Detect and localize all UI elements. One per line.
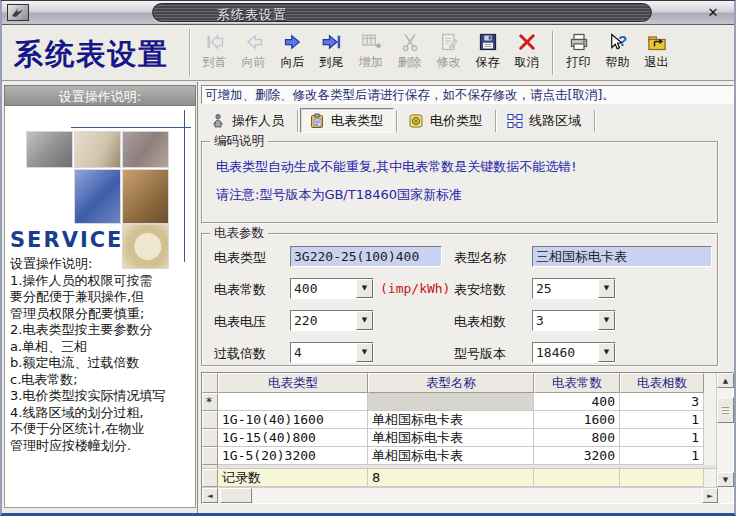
grid-new-row: * 400 3	[202, 393, 733, 411]
model-name-field[interactable]: 三相国标电卡表	[532, 246, 712, 267]
overload-combo[interactable]: 4 ▼	[290, 342, 374, 363]
toolbar-button-add[interactable]: 增加	[351, 28, 390, 78]
grid-cell[interactable]	[218, 393, 368, 411]
toolbar-button-prev[interactable]: 向前	[234, 28, 273, 78]
grid-footer-row: 记录数 8	[202, 469, 733, 487]
horizontal-scroll-thumb[interactable]	[220, 488, 252, 503]
tab-operators[interactable]: 操作人员	[201, 108, 295, 133]
grid-cell[interactable]: 1G-10(40)1600	[218, 411, 368, 429]
row-selector[interactable]	[202, 411, 218, 429]
toolbar-button-last[interactable]: 到尾	[312, 28, 351, 78]
edit-document-icon	[439, 32, 459, 52]
combo-dropdown-button[interactable]: ▼	[356, 343, 373, 362]
combo-dropdown-button[interactable]: ▼	[598, 343, 615, 362]
go-prev-icon	[244, 32, 264, 52]
grid-corner-cell	[202, 373, 218, 393]
model-version-combo[interactable]: 18460 ▼	[532, 342, 616, 363]
instructions: 设置操作说明: 1.操作人员的权限可按需 要分配便于兼职操作,但 管理员权限分配…	[10, 256, 196, 454]
toolbar-button-cancel[interactable]: 取消	[507, 28, 546, 78]
combo-value: 400	[291, 279, 356, 298]
column-header-constant[interactable]: 电表常数	[534, 373, 620, 393]
grid-cell[interactable]: 1G-5(20)3200	[218, 447, 368, 465]
grid-cell[interactable]: 1600	[534, 411, 620, 429]
combo-dropdown-button[interactable]: ▼	[356, 311, 373, 330]
go-next-icon	[283, 32, 303, 52]
grid-cell[interactable]: 1	[620, 411, 704, 429]
grid-cell[interactable]: 1	[620, 429, 704, 447]
grid-header-row: 电表类型 表型名称 电表常数 电表相数	[202, 373, 733, 393]
row-selector[interactable]	[202, 429, 218, 447]
grid-cell[interactable]: 单相国标电卡表	[368, 447, 534, 465]
grid-cell[interactable]: 单相国标电卡表	[368, 429, 534, 447]
grid-cell[interactable]: 800	[534, 429, 620, 447]
scroll-up-button[interactable]: ▲	[717, 373, 734, 388]
tab-line-region[interactable]: 线路区域	[498, 108, 592, 133]
column-header-phases[interactable]: 电表相数	[620, 373, 704, 393]
toolbar-button-help[interactable]: ? 帮助	[598, 28, 637, 78]
vertical-scroll-thumb[interactable]	[717, 397, 734, 423]
toolbar-button-print[interactable]: 打印	[559, 28, 598, 78]
grid-cell[interactable]	[368, 393, 534, 411]
toolbar-button-save[interactable]: 保存	[468, 28, 507, 78]
combo-dropdown-button[interactable]: ▼	[598, 311, 615, 330]
scroll-right-button[interactable]: ►	[702, 488, 718, 503]
grid-cell[interactable]: 单相国标电卡表	[368, 411, 534, 429]
field-label-overload: 过载倍数	[214, 345, 266, 363]
knife-photo	[122, 131, 169, 168]
tab-meter-type[interactable]: 电表类型	[300, 108, 394, 133]
help-cursor-icon: ?	[608, 32, 628, 52]
window-title: 系统表设置	[217, 6, 287, 24]
column-header-meter-type[interactable]: 电表类型	[218, 373, 368, 393]
decor-line	[71, 127, 191, 128]
field-label-model-version: 型号版本	[454, 345, 506, 363]
coin-book-icon	[408, 113, 424, 129]
scissors-icon	[400, 32, 420, 52]
instruction-line: 管理时应按楼幢划分.	[10, 438, 196, 455]
scroll-down-button[interactable]: ▼	[717, 472, 734, 487]
grid-cell[interactable]: 3	[620, 393, 704, 411]
combo-value: 18460	[533, 343, 598, 362]
toolbar-label: 打印	[567, 54, 591, 70]
panel-divider	[197, 82, 198, 513]
grid-cell[interactable]: 3200	[534, 447, 620, 465]
combo-dropdown-button[interactable]: ▼	[356, 279, 373, 298]
tab-separator	[396, 110, 397, 132]
keyboard-photo	[74, 169, 121, 224]
toolbar-button-first[interactable]: 到首	[195, 28, 234, 78]
column-header-model-name[interactable]: 表型名称	[368, 373, 534, 393]
grid-cell	[620, 469, 704, 487]
toolbar-button-exit[interactable]: 退出	[637, 28, 676, 78]
printer-icon	[569, 32, 589, 52]
grid-cell[interactable]: 1	[620, 447, 704, 465]
toolbar-button-next[interactable]: 向后	[273, 28, 312, 78]
tab-price-type[interactable]: 电价类型	[399, 108, 493, 133]
meter-constant-unit: (imp/kWh)	[380, 281, 450, 296]
sidebar: SERVICE 设置操作说明: 1.操作人员的权限可按需 要分配便于兼职操作,但…	[4, 106, 196, 508]
params-groupbox: 电表参数 电表类型 3G220-25(100)400 表型名称 三相国标电卡表 …	[201, 233, 718, 366]
toolbar-button-modify[interactable]: 修改	[429, 28, 468, 78]
combo-value: 220	[291, 311, 356, 330]
phases-combo[interactable]: 3 ▼	[532, 310, 616, 331]
grid-row: 1G-5(20)3200 单相国标电卡表 3200 1	[202, 447, 733, 465]
grid-cell[interactable]: 400	[534, 393, 620, 411]
ampere-combo[interactable]: 25 ▼	[532, 278, 616, 299]
combo-value: 4	[291, 343, 356, 362]
toolbar-button-delete[interactable]: 删除	[390, 28, 429, 78]
combo-dropdown-button[interactable]: ▼	[598, 279, 615, 298]
voltage-combo[interactable]: 220 ▼	[290, 310, 374, 331]
clipboard-icon	[309, 113, 325, 129]
toolbar-label: 向前	[242, 54, 266, 70]
meter-type-field[interactable]: 3G220-25(100)400	[290, 246, 442, 267]
row-selector[interactable]: *	[202, 393, 218, 411]
tab-label: 操作人员	[232, 112, 284, 130]
field-label-voltage: 电表电压	[214, 313, 266, 331]
row-selector[interactable]	[202, 447, 218, 465]
meter-constant-combo[interactable]: 400 ▼	[290, 278, 374, 299]
toolbar-label: 保存	[476, 54, 500, 70]
header: 系统表设置 到首 向前 向后	[2, 25, 734, 81]
horizontal-scrollbar[interactable]: ◄ ►	[202, 487, 718, 503]
close-button[interactable]: ✕	[704, 5, 722, 21]
scroll-left-button[interactable]: ◄	[202, 488, 218, 503]
grid-cell[interactable]: 1G-15(40)800	[218, 429, 368, 447]
vertical-scrollbar[interactable]: ▲ ▼	[716, 373, 733, 503]
